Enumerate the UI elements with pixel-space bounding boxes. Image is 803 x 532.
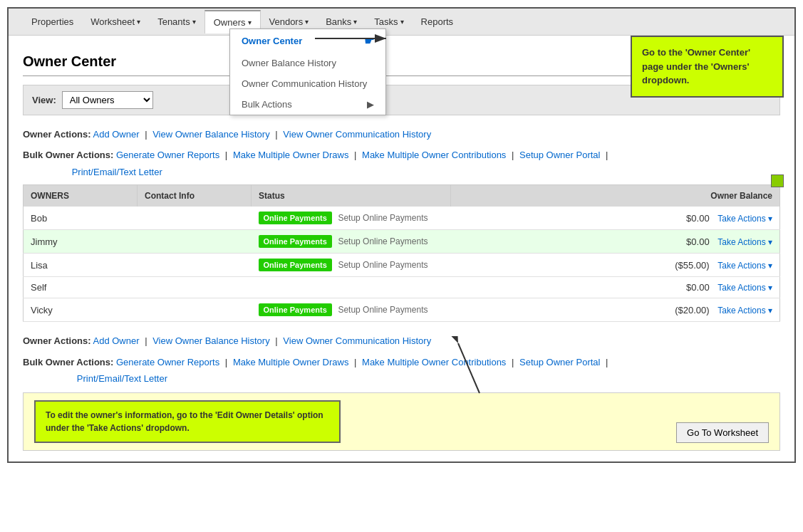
top-nav: Properties Worksheet ▾ Tenants ▾ Owners …	[9, 9, 794, 36]
owners-dropdown: Owner Center ☛ Owner Balance History Own…	[229, 28, 386, 115]
add-owner-link-top[interactable]: Add Owner	[93, 129, 140, 140]
setup-portal-link-top[interactable]: Setup Owner Portal	[519, 150, 600, 160]
online-payments-btn-vicky[interactable]: Online Payments	[259, 303, 332, 316]
owner-name-jimmy: Jimmy	[24, 230, 138, 254]
multiple-draws-link-top[interactable]: Make Multiple Owner Draws	[233, 150, 349, 160]
view-comm-history-link-bottom[interactable]: View Owner Communication History	[283, 335, 431, 346]
take-actions-self[interactable]: Take Actions ▾	[717, 283, 772, 293]
go-to-worksheet-button[interactable]: Go To Worksheet	[676, 422, 769, 443]
print-email-link-top[interactable]: Print/Email/Text Letter	[72, 167, 162, 177]
balance-vicky: ($20.00) Take Actions ▾	[451, 298, 780, 322]
col-header-owners: OWNERS	[24, 185, 138, 207]
owner-actions-label: Owner Actions:	[23, 129, 91, 140]
view-comm-history-link-top[interactable]: View Owner Communication History	[283, 129, 431, 140]
multiple-contributions-link-top[interactable]: Make Multiple Owner Contributions	[362, 150, 506, 160]
tenants-arrow: ▾	[192, 18, 196, 26]
nav-properties[interactable]: Properties	[23, 11, 82, 33]
contact-vicky	[138, 298, 252, 322]
balance-bob: $0.00 Take Actions ▾	[451, 207, 780, 230]
dropdown-menu: Owner Center ☛ Owner Balance History Own…	[229, 28, 386, 115]
view-balance-history-link-bottom[interactable]: View Owner Balance History	[152, 335, 270, 346]
owner-actions-bottom: Owner Actions: Add Owner | View Owner Ba…	[23, 333, 780, 349]
table-row: Jimmy Online Payments Setup Online Payme…	[24, 230, 780, 254]
add-owner-link-bottom[interactable]: Add Owner	[93, 335, 140, 346]
owner-actions-top: Owner Actions: Add Owner | View Owner Ba…	[23, 126, 780, 142]
status-bob: Online Payments Setup Online Payments	[252, 207, 451, 230]
owner-name-bob: Bob	[24, 207, 138, 230]
take-actions-jimmy[interactable]: Take Actions ▾	[717, 237, 772, 247]
col-header-status: Status	[252, 185, 451, 207]
dropdown-owner-balance-history[interactable]: Owner Balance History	[230, 53, 385, 73]
dropdown-owner-comm-history[interactable]: Owner Communication History	[230, 73, 385, 94]
dropdown-bulk-actions[interactable]: Bulk Actions ▶	[230, 94, 385, 115]
status-lisa: Online Payments Setup Online Payments	[252, 254, 451, 277]
col-header-balance: Owner Balance	[451, 185, 780, 207]
take-actions-bob[interactable]: Take Actions ▾	[717, 214, 772, 224]
nav-tenants[interactable]: Tenants ▾	[149, 11, 204, 33]
setup-link-vicky[interactable]: Setup Online Payments	[338, 305, 428, 315]
callout-bottom: To edit the owner's information, go to t…	[34, 400, 341, 443]
bottom-bar: To edit the owner's information, go to t…	[23, 392, 780, 451]
main-content: Owner Center ☛ Owner Balance History Own…	[9, 36, 794, 461]
multiple-contributions-link-bottom[interactable]: Make Multiple Owner Contributions	[362, 357, 506, 367]
table-header: OWNERS Contact Info Status Owner Balance	[24, 185, 780, 207]
view-select[interactable]: All Owners Active Owners Inactive Owners	[62, 91, 153, 109]
callout-top: Go to the 'Owner Center' page under the …	[631, 36, 784, 98]
setup-link-jimmy[interactable]: Setup Online Payments	[338, 236, 428, 246]
bulk-actions-arrow: ▶	[367, 99, 374, 110]
tasks-arrow: ▾	[400, 18, 404, 26]
balance-lisa: ($55.00) Take Actions ▾	[451, 254, 780, 277]
bulk-owner-actions-top: Bulk Owner Actions: Generate Owner Repor…	[23, 147, 780, 180]
owner-name-self: Self	[24, 277, 138, 298]
cursor-icon: ☛	[364, 34, 374, 48]
print-email-link-bottom[interactable]: Print/Email/Text Letter	[77, 373, 167, 384]
owner-actions-label-bottom: Owner Actions:	[23, 335, 91, 346]
generate-reports-link-bottom[interactable]: Generate Owner Reports	[116, 357, 219, 367]
table-row: Vicky Online Payments Setup Online Payme…	[24, 298, 780, 322]
online-payments-btn-jimmy[interactable]: Online Payments	[259, 235, 332, 248]
owner-name-lisa: Lisa	[24, 254, 138, 277]
worksheet-arrow: ▾	[137, 18, 140, 26]
status-jimmy: Online Payments Setup Online Payments	[252, 230, 451, 254]
view-balance-history-link-top[interactable]: View Owner Balance History	[152, 129, 270, 140]
col-header-contact: Contact Info	[138, 185, 252, 207]
table-row: Lisa Online Payments Setup Online Paymen…	[24, 254, 780, 277]
contact-lisa	[138, 254, 252, 277]
bulk-owner-actions-bottom: Bulk Owner Actions: Generate Owner Repor…	[23, 354, 780, 387]
table-row: Bob Online Payments Setup Online Payment…	[24, 207, 780, 230]
green-indicator	[771, 174, 784, 187]
setup-link-lisa[interactable]: Setup Online Payments	[338, 260, 428, 270]
table-row: Self $0.00 Take Actions ▾	[24, 277, 780, 298]
nav-reports[interactable]: Reports	[413, 11, 462, 33]
setup-link-bob[interactable]: Setup Online Payments	[338, 213, 428, 223]
take-actions-vicky[interactable]: Take Actions ▾	[717, 306, 772, 315]
generate-reports-link-top[interactable]: Generate Owner Reports	[116, 150, 219, 160]
status-vicky: Online Payments Setup Online Payments	[252, 298, 451, 322]
bulk-actions-label-top: Bulk Owner Actions:	[23, 150, 113, 160]
setup-portal-link-bottom[interactable]: Setup Owner Portal	[519, 357, 600, 367]
balance-self: $0.00 Take Actions ▾	[451, 277, 780, 298]
dropdown-owner-center[interactable]: Owner Center ☛	[230, 29, 385, 53]
contact-bob	[138, 207, 252, 230]
owners-table: OWNERS Contact Info Status Owner Balance…	[23, 184, 780, 322]
filter-label: View:	[32, 95, 56, 105]
owner-name-vicky: Vicky	[24, 298, 138, 322]
vendors-arrow: ▾	[305, 18, 309, 26]
balance-jimmy: $0.00 Take Actions ▾	[451, 230, 780, 254]
bulk-actions-label-bottom: Bulk Owner Actions:	[23, 357, 113, 367]
status-self	[252, 277, 451, 298]
multiple-draws-link-bottom[interactable]: Make Multiple Owner Draws	[233, 357, 349, 367]
banks-arrow: ▾	[353, 18, 357, 26]
owners-arrow: ▾	[248, 19, 252, 26]
online-payments-btn-bob[interactable]: Online Payments	[259, 212, 332, 224]
table-body: Bob Online Payments Setup Online Payment…	[24, 207, 780, 322]
take-actions-lisa[interactable]: Take Actions ▾	[717, 261, 772, 271]
online-payments-btn-lisa[interactable]: Online Payments	[259, 259, 332, 271]
contact-self	[138, 277, 252, 298]
contact-jimmy	[138, 230, 252, 254]
nav-worksheet[interactable]: Worksheet ▾	[82, 11, 149, 33]
